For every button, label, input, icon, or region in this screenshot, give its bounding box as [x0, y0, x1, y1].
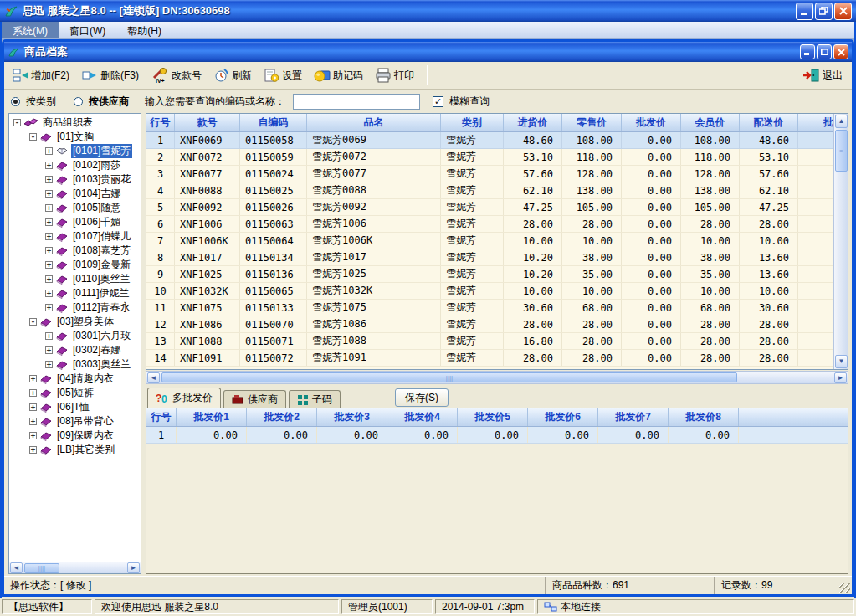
price-column-header[interactable]: 批发价7	[598, 408, 669, 426]
print-button[interactable]: 打印	[371, 64, 420, 86]
menu-window[interactable]: 窗口(W)	[59, 22, 116, 38]
expand-icon[interactable]: +	[29, 403, 37, 411]
tree-item[interactable]: -[03]塑身美体	[9, 315, 141, 329]
tree-item[interactable]: +[0108]嘉芝芳	[9, 244, 141, 258]
tree-hscroll-thumb[interactable]: ||||	[24, 563, 59, 573]
tree-item[interactable]: -商品组织表	[9, 116, 141, 130]
price-column-header[interactable]: 批发价4	[387, 408, 458, 426]
expand-icon[interactable]: +	[45, 233, 53, 240]
menu-help[interactable]: 帮助(H)	[116, 22, 172, 38]
fuzzy-checkbox[interactable]: ✓	[433, 96, 443, 107]
tree-item[interactable]: +[0103]贵丽花	[9, 172, 141, 187]
expand-icon[interactable]: +	[45, 176, 53, 183]
price-column-header[interactable]: 批发价3	[317, 408, 387, 426]
tree-item[interactable]: +[0106]千媚	[9, 215, 141, 229]
price-column-header[interactable]: 批发价8	[669, 408, 739, 426]
expand-icon[interactable]: +	[45, 346, 53, 354]
search-input[interactable]	[293, 94, 420, 110]
table-row[interactable]: 10XNF1032K01150065雪妮芳1032K雪妮芳10.0010.000…	[146, 283, 848, 300]
mnemonic-button[interactable]: 助记码	[310, 64, 369, 86]
column-header[interactable]: 款号	[175, 114, 240, 131]
tab-multi-wholesale[interactable]: ?0 多批发价	[147, 388, 221, 408]
tab-subcode[interactable]: 子码	[289, 390, 341, 408]
scroll-right-icon[interactable]: ►	[834, 372, 847, 383]
column-header[interactable]: 零售价	[562, 114, 622, 131]
scroll-left-icon[interactable]: ◄	[147, 372, 160, 383]
tree-item[interactable]: +[04]情趣内衣	[9, 372, 141, 386]
expand-icon[interactable]: +	[29, 432, 37, 439]
tree-item[interactable]: +[0111]伊妮兰	[9, 286, 141, 300]
column-header[interactable]: 进货价	[504, 114, 562, 131]
tree-item[interactable]: +[09]保暖内衣	[9, 429, 141, 443]
expand-icon[interactable]: +	[29, 375, 37, 382]
expand-icon[interactable]: +	[45, 162, 53, 169]
tree-item[interactable]: +[0301]六月玫	[9, 329, 141, 343]
tree-item[interactable]: +[0101]雪妮芳	[9, 144, 141, 158]
table-row[interactable]: 11XNF107501150133雪妮芳1075雪妮芳30.6068.000.0…	[146, 300, 848, 316]
scroll-down-icon[interactable]: ▼	[835, 355, 848, 368]
tree-item[interactable]: +[0104]吉娜	[9, 187, 141, 201]
refresh-button[interactable]: 刷新	[209, 64, 258, 86]
column-header[interactable]: 自编码	[240, 114, 307, 131]
table-vscrollbar[interactable]: ▲ ≡ ▼	[833, 114, 848, 369]
minimize-button[interactable]	[796, 3, 813, 20]
column-header[interactable]: 配送价	[740, 114, 798, 131]
tree-item[interactable]: +[0109]金曼新	[9, 258, 141, 272]
price-column-header[interactable]: 批发价6	[528, 408, 598, 426]
tree-item[interactable]: +[LB]其它类别	[9, 443, 141, 457]
column-header[interactable]: 品名	[307, 114, 441, 131]
tree-item[interactable]: +[0105]随意	[9, 201, 141, 215]
table-row[interactable]: 5XNF009201150026雪妮芳0092雪妮芳47.25105.000.0…	[146, 199, 848, 216]
expand-icon[interactable]: +	[45, 275, 53, 283]
close-button[interactable]	[834, 3, 852, 20]
child-maximize-button[interactable]	[817, 44, 832, 59]
table-row[interactable]: 3XNF007701150024雪妮芳0077雪妮芳57.60128.000.0…	[146, 166, 848, 182]
table-row[interactable]: 6XNF100601150063雪妮芳1006雪妮芳28.0028.000.00…	[146, 216, 848, 233]
table-row[interactable]: 14XNF109101150072雪妮芳1091雪妮芳28.0028.000.0…	[146, 350, 848, 367]
resize-grip[interactable]	[839, 583, 850, 593]
save-button[interactable]: 保存(S)	[395, 388, 449, 407]
column-header[interactable]: 类别	[441, 114, 504, 131]
exit-button[interactable]: 退出	[797, 64, 848, 86]
expand-icon[interactable]: +	[45, 290, 53, 297]
expand-icon[interactable]: +	[29, 389, 37, 397]
collapse-icon[interactable]: -	[29, 318, 37, 326]
tree-hscrollbar[interactable]: ◄ |||| ►	[9, 562, 141, 573]
tree-item[interactable]: +[0110]奥丝兰	[9, 272, 141, 286]
table-row[interactable]: 2XNF007201150059雪妮芳0072雪妮芳53.10118.000.0…	[146, 149, 848, 166]
expand-icon[interactable]: +	[29, 446, 37, 454]
scroll-up-icon[interactable]: ▲	[835, 115, 848, 128]
table-row[interactable]: 12XNF108601150070雪妮芳1086雪妮芳28.0028.000.0…	[146, 316, 848, 333]
table-hscrollbar[interactable]: ◄ |||| ►	[146, 371, 848, 384]
expand-icon[interactable]: +	[45, 147, 53, 155]
price-column-header[interactable]: 批发价1	[177, 408, 247, 426]
expand-icon[interactable]: +	[45, 204, 53, 212]
table-row[interactable]: 9XNF102501150136雪妮芳1025雪妮芳10.2035.000.00…	[146, 266, 848, 283]
expand-icon[interactable]: +	[45, 304, 53, 311]
tree-item[interactable]: +[0303]奥丝兰	[9, 357, 141, 372]
radio-by-category[interactable]	[11, 97, 20, 106]
expand-icon[interactable]: +	[45, 361, 53, 368]
table-row[interactable]: 4XNF008801150025雪妮芳0088雪妮芳62.10138.000.0…	[146, 182, 848, 199]
expand-icon[interactable]: +	[45, 332, 53, 340]
child-minimize-button[interactable]	[800, 44, 815, 59]
expand-icon[interactable]: +	[45, 261, 53, 269]
collapse-icon[interactable]: -	[13, 119, 21, 126]
price-column-header[interactable]: 行号	[146, 408, 177, 426]
expand-icon[interactable]: +	[45, 218, 53, 226]
column-header-partial[interactable]: 批	[798, 114, 833, 131]
column-header[interactable]: 会员价	[681, 114, 740, 131]
price-column-header[interactable]: 批发价5	[458, 408, 528, 426]
add-button[interactable]: 增加(F2)	[8, 64, 75, 86]
settings-button[interactable]: 设置	[259, 64, 308, 86]
vscroll-thumb[interactable]: ≡	[835, 130, 848, 172]
table-row[interactable]: 1XNF006901150058雪妮芳0069雪妮芳48.60108.000.0…	[146, 132, 848, 149]
column-header[interactable]: 行号	[146, 114, 175, 131]
delete-button[interactable]: 删除(F3)	[77, 64, 145, 86]
tree-item[interactable]: +[05]短裤	[9, 386, 141, 400]
tree-item[interactable]: +[06]T恤	[9, 400, 141, 414]
table-row[interactable]: 7XNF1006K01150064雪妮芳1006K雪妮芳10.0010.000.…	[146, 233, 848, 249]
tree-item[interactable]: +[0102]雨莎	[9, 158, 141, 172]
expand-icon[interactable]: +	[45, 190, 53, 198]
expand-icon[interactable]: +	[29, 418, 37, 425]
